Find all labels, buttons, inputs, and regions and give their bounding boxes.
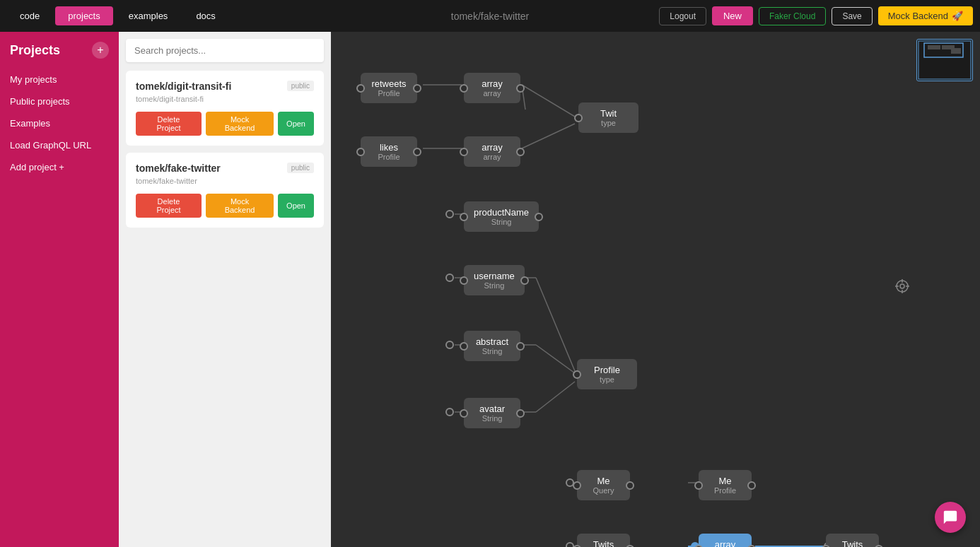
- connector-right[interactable]: [516, 409, 525, 418]
- connector-right[interactable]: [516, 342, 525, 351]
- svg-point-11: [446, 341, 453, 348]
- sidebar-add-button[interactable]: +: [92, 42, 109, 59]
- svg-line-19: [536, 278, 575, 371]
- node-title: array: [708, 539, 742, 547]
- nav-projects-button[interactable]: projects: [55, 6, 113, 25]
- node-array1[interactable]: array array: [464, 73, 520, 103]
- node-twits-query[interactable]: Twits Query: [577, 534, 630, 547]
- node-twits-twit[interactable]: Twits Twit: [826, 534, 879, 547]
- svg-point-8: [446, 274, 453, 281]
- open-project-button[interactable]: Open: [278, 194, 314, 218]
- connector-right[interactable]: [516, 148, 525, 156]
- node-type: type: [587, 375, 627, 384]
- minimap[interactable]: [916, 39, 973, 81]
- connector-left[interactable]: [573, 370, 581, 379]
- node-array-twit[interactable]: array array: [699, 534, 752, 547]
- connector-left[interactable]: [460, 84, 468, 93]
- node-title: username: [474, 271, 515, 281]
- connector-right[interactable]: [626, 481, 634, 490]
- node-likes[interactable]: likes Profile: [361, 136, 417, 167]
- svg-point-15: [446, 408, 453, 416]
- mock-backend-sm-button[interactable]: Mock Backend: [206, 194, 274, 218]
- projects-panel: tomek/digit-transit-fi public tomek/digi…: [119, 32, 331, 547]
- chat-button[interactable]: [935, 502, 966, 533]
- connector-left[interactable]: [460, 148, 468, 156]
- node-retweets[interactable]: retweets Profile: [361, 73, 417, 103]
- node-type: array: [474, 89, 511, 98]
- sidebar-item-add-project[interactable]: Add project +: [0, 156, 119, 178]
- node-title: Me: [587, 476, 620, 486]
- connector-right[interactable]: [413, 148, 421, 156]
- connector-left[interactable]: [822, 545, 830, 548]
- node-username[interactable]: username String: [464, 265, 525, 295]
- faker-cloud-button[interactable]: Faker Cloud: [759, 7, 826, 25]
- node-array2[interactable]: array array: [464, 136, 520, 167]
- project-card-header: tomek/digit-transit-fi public: [136, 81, 314, 92]
- connector-right[interactable]: [747, 545, 756, 548]
- node-abstract[interactable]: abstract String: [464, 331, 520, 361]
- mock-backend-sm-button[interactable]: Mock Backend: [206, 112, 274, 136]
- node-avatar[interactable]: avatar String: [464, 398, 520, 428]
- connector-right[interactable]: [875, 545, 883, 548]
- save-button[interactable]: Save: [832, 7, 872, 25]
- sidebar-item-load-graphql[interactable]: Load GraphQL URL: [0, 134, 119, 156]
- node-title: Profile: [587, 365, 627, 375]
- sidebar-item-examples[interactable]: Examples: [0, 112, 119, 134]
- node-type: String: [474, 218, 529, 226]
- connector-left[interactable]: [460, 409, 468, 418]
- project-actions: Delete Project Mock Backend Open: [136, 112, 314, 136]
- nav-examples-button[interactable]: examples: [116, 6, 181, 25]
- node-me-profile[interactable]: Me Profile: [699, 470, 752, 500]
- connector-left[interactable]: [460, 342, 468, 351]
- connector-right[interactable]: [747, 481, 756, 490]
- node-type: type: [588, 119, 629, 127]
- connector-right[interactable]: [520, 276, 529, 285]
- node-type: Profile: [708, 486, 742, 495]
- connector-right[interactable]: [516, 84, 525, 93]
- sidebar-item-public-projects[interactable]: Public projects: [0, 90, 119, 112]
- main-layout: Projects + My projects Public projects E…: [0, 32, 980, 547]
- node-productname[interactable]: productName String: [464, 201, 539, 232]
- mock-backend-button[interactable]: Mock Backend 🚀: [878, 6, 973, 25]
- open-project-button[interactable]: Open: [278, 112, 314, 136]
- search-input[interactable]: [126, 39, 324, 62]
- connector-left[interactable]: [694, 481, 703, 490]
- minimap-svg: [917, 40, 972, 81]
- rocket-icon: 🚀: [952, 11, 963, 21]
- connector-left[interactable]: [574, 114, 583, 122]
- connector-left[interactable]: [694, 545, 703, 548]
- delete-project-button[interactable]: Delete Project: [136, 112, 202, 136]
- target-icon[interactable]: [895, 279, 909, 293]
- connector-left[interactable]: [460, 276, 468, 285]
- connector-left[interactable]: [356, 148, 365, 156]
- node-title: Twits: [587, 539, 620, 547]
- node-twit[interactable]: Twit type: [578, 102, 638, 133]
- graph-edges: [331, 32, 980, 547]
- nav-docs-button[interactable]: docs: [183, 6, 228, 25]
- project-path: tomek/digit-transit-fi: [136, 95, 314, 103]
- svg-rect-35: [951, 48, 961, 54]
- graph-canvas[interactable]: retweets Profile array array Twit type l…: [331, 32, 980, 547]
- project-path: tomek/fake-twitter: [136, 177, 314, 185]
- connector-right[interactable]: [626, 545, 634, 548]
- connector-left[interactable]: [356, 84, 365, 93]
- svg-line-4: [522, 124, 575, 148]
- sidebar-title: Projects: [10, 43, 60, 58]
- nav-right: Logout New Faker Cloud Save Mock Backend…: [659, 6, 973, 25]
- node-me-query[interactable]: Me Query: [577, 470, 630, 500]
- top-nav: code projects examples docs tomek/fake-t…: [0, 0, 980, 32]
- new-button[interactable]: New: [712, 6, 753, 25]
- sidebar-item-my-projects[interactable]: My projects: [0, 69, 119, 90]
- connector-left[interactable]: [573, 481, 581, 490]
- node-title: Twit: [588, 108, 629, 119]
- node-type: Profile: [371, 89, 407, 98]
- project-card: tomek/fake-twitter public tomek/fake-twi…: [126, 153, 324, 228]
- nav-code-button[interactable]: code: [7, 6, 52, 25]
- connector-right[interactable]: [535, 213, 543, 221]
- connector-right[interactable]: [413, 84, 421, 93]
- connector-left[interactable]: [573, 545, 581, 548]
- node-profile[interactable]: Profile type: [577, 359, 637, 389]
- connector-left[interactable]: [460, 213, 468, 221]
- delete-project-button[interactable]: Delete Project: [136, 194, 202, 218]
- logout-button[interactable]: Logout: [659, 7, 706, 25]
